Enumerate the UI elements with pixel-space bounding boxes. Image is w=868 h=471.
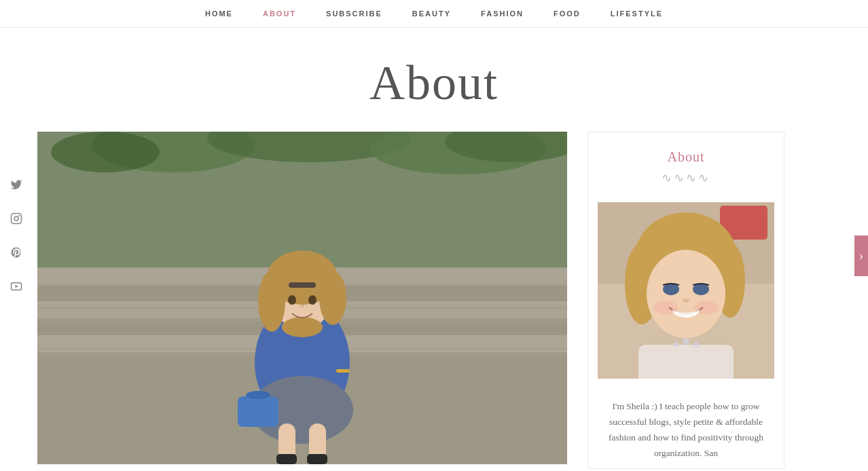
svg-rect-36: [238, 396, 278, 427]
svg-point-54: [673, 342, 679, 347]
svg-point-53: [683, 338, 689, 345]
nav-fashion[interactable]: FASHION: [466, 5, 539, 22]
svg-point-10: [51, 132, 160, 172]
svg-rect-35: [307, 454, 327, 464]
main-content: About ∿∿∿∿: [0, 132, 868, 469]
twitter-icon[interactable]: [5, 174, 27, 195]
main-photo: [37, 132, 567, 464]
about-card-title: About: [602, 149, 770, 165]
svg-rect-38: [336, 369, 350, 373]
svg-rect-34: [276, 454, 297, 464]
svg-point-30: [308, 295, 317, 305]
svg-point-29: [288, 295, 296, 305]
svg-point-27: [319, 271, 346, 325]
svg-point-46: [647, 250, 725, 338]
svg-point-2: [18, 215, 20, 216]
nav-home[interactable]: HOME: [190, 5, 248, 22]
about-card-image: [598, 202, 774, 379]
wave-divider: ∿∿∿∿: [602, 170, 770, 185]
about-card: About ∿∿∿∿: [587, 132, 784, 469]
svg-point-26: [258, 271, 285, 332]
svg-point-49: [683, 299, 689, 303]
svg-rect-52: [638, 345, 734, 379]
svg-point-50: [653, 301, 678, 314]
nav-subscribe[interactable]: SUBSCRIBE: [311, 5, 397, 22]
page-title-section: About: [0, 28, 868, 132]
nav-food[interactable]: FOOD: [539, 5, 596, 22]
svg-point-51: [694, 301, 719, 314]
pinterest-icon[interactable]: [5, 242, 27, 263]
svg-point-28: [282, 317, 323, 337]
svg-point-1: [14, 216, 18, 221]
page-title: About: [14, 55, 854, 111]
about-card-header: About ∿∿∿∿: [588, 132, 784, 202]
social-sidebar: [0, 160, 33, 311]
about-photo-placeholder: [598, 202, 774, 379]
svg-point-37: [246, 391, 270, 399]
svg-point-55: [693, 342, 699, 347]
svg-rect-39: [289, 282, 316, 288]
svg-rect-0: [12, 214, 22, 224]
nav-about[interactable]: ABOUT: [248, 5, 311, 22]
main-nav: HOME ABOUT SUBSCRIBE BEAUTY FASHION FOOD…: [0, 0, 868, 28]
nav-beauty[interactable]: BEAUTY: [397, 5, 466, 22]
svg-marker-4: [16, 285, 19, 288]
instagram-icon[interactable]: [5, 208, 27, 229]
bio-text: I'm Sheila :) I teach people how to grow…: [588, 392, 784, 468]
right-scroll-indicator[interactable]: [854, 236, 868, 276]
youtube-icon[interactable]: [5, 276, 27, 297]
nav-lifestyle[interactable]: LIFESTYLE: [596, 5, 678, 22]
main-image-section: [37, 132, 567, 469]
